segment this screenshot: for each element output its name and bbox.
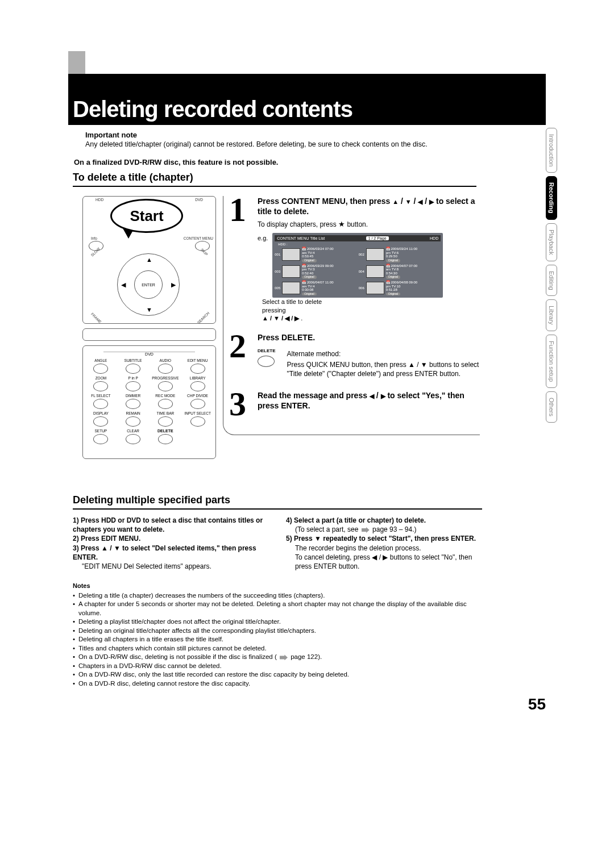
remote-grid-button[interactable] [93, 364, 108, 374]
remote-grid-label: INPUT SELECT [184, 411, 210, 416]
delete-button-icon[interactable] [258, 356, 275, 367]
step-1-line1: To display chapters, press ★ button. [258, 220, 480, 229]
tab-playback[interactable]: Playback [546, 223, 557, 261]
remote-grid-button[interactable] [158, 416, 173, 427]
steps-column: 1 Press CONTENT MENU, then press ▲ / ▼ /… [223, 196, 480, 435]
remote-mid-box [82, 328, 216, 341]
enter-button[interactable]: ENTER [134, 270, 163, 299]
step-1-heading: Press CONTENT MENU, then press ▲ / ▼ / ◀… [258, 196, 480, 216]
lbl-dvd: DVD [195, 198, 203, 202]
notes-list: Deleting a title (a chapter) decreases t… [73, 591, 488, 688]
remote-grid-button[interactable] [190, 416, 205, 427]
note-item: Titles and chapters which contain still … [73, 644, 488, 653]
remote-grid-cell: SETUP [86, 429, 115, 444]
tab-function-setup[interactable]: Function setup [546, 335, 557, 388]
subheading-multi: Deleting multiple specified parts [73, 494, 482, 510]
remote-grid-cell: REC MODE [151, 394, 180, 409]
step-1-number: 1 [229, 196, 252, 322]
remote-grid-cell [183, 429, 212, 444]
remote-grid-label: AUDIO [160, 358, 172, 363]
remote-grid-cell: CHP DIVIDE [183, 394, 212, 409]
remote-grid-button[interactable] [93, 434, 108, 444]
title-list-cell: 006📅 2006/04/08 09:00pm TV:100:51:28Orig… [359, 281, 441, 295]
tab-library[interactable]: Library [546, 299, 557, 331]
note-item: Chapters in a DVD-R/RW disc cannot be de… [73, 662, 488, 671]
title-list-screenshot: CONTENT MENU Title List 1 / 2 Page HDD H… [272, 233, 443, 298]
remote-grid-label: SUBTITLE [125, 358, 142, 363]
dpad-left-icon[interactable]: ◀ [121, 281, 126, 289]
remote-grid-label: DELETE [157, 429, 173, 433]
remote-grid-button[interactable] [93, 399, 108, 409]
remote-grid-button[interactable] [190, 381, 205, 391]
tl-header-mid: 1 / 2 Page [366, 236, 389, 240]
lbl-frame: FRAME [90, 312, 102, 324]
title-list-cell: 004📅 2006/04/07 07:00am TV:80:54:30Origi… [359, 264, 441, 279]
tl-header-left: CONTENT MENU Title List [277, 236, 325, 240]
tab-introduction[interactable]: Introduction [546, 128, 557, 173]
remote-top-box: HDD DVD Start Info CONTENT MENU ▲ ▼ ◀ ▶ … [82, 196, 216, 324]
step-1: 1 Press CONTENT MENU, then press ▲ / ▼ /… [229, 196, 480, 322]
remote-grid-label: PROGRESSIVE [152, 376, 179, 381]
remote-grid-button[interactable] [126, 381, 140, 391]
remote-grid-button[interactable] [158, 381, 173, 391]
lbl-content-menu: CONTENT MENU [184, 236, 213, 240]
remote-grid-button[interactable] [158, 399, 173, 409]
remote-grid-label: EDIT MENU [188, 358, 208, 363]
tab-recording[interactable]: Recording [546, 176, 557, 219]
remote-grid-button[interactable] [158, 364, 173, 374]
remote-bottom-box: DVD ANGLESUBTITLEAUDIOEDIT MENUZOOMP in … [82, 345, 216, 459]
dpad-down-icon[interactable]: ▼ [146, 306, 152, 313]
tab-others[interactable]: Others [546, 391, 557, 423]
remote-grid-label: P in P [128, 376, 138, 381]
remote-grid-label: ANGLE [94, 358, 107, 363]
eg-label: e.g. [258, 235, 268, 241]
subheading-delete-title: To delete a title (chapter) [73, 172, 476, 187]
note-item: On a DVD-R disc, deleting cannot restore… [73, 679, 488, 688]
multi-l4: "EDIT MENU Del Selected items" appears. [73, 562, 275, 571]
remote-grid-label: CLEAR [127, 429, 139, 433]
remote-grid-button[interactable] [190, 364, 205, 374]
multi-right-col: 4) Select a part (a title or chapter) to… [286, 516, 488, 571]
remote-grid-button[interactable] [190, 399, 205, 409]
step-2-heading: Press DELETE. [258, 332, 480, 343]
remote-grid-cell: SUBTITLE [119, 358, 148, 374]
tl-sub: HDD : [278, 243, 441, 246]
remote-grid-button[interactable] [126, 416, 140, 427]
multi-r4: The recorder begins the deletion process… [286, 544, 488, 553]
tab-editing[interactable]: Editing [546, 265, 557, 297]
remote-grid-label: LIBRARY [190, 376, 206, 381]
remote-grid-cell: DIMMER [119, 394, 148, 409]
remote-grid-cell: FL SELECT [86, 394, 115, 409]
remote-grid-button[interactable] [126, 434, 140, 444]
remote-grid-label: SETUP [95, 429, 107, 433]
multi-l2: 2) Press EDIT MENU. [73, 535, 140, 542]
remote-grid-label: FL SELECT [91, 394, 110, 398]
dpad[interactable]: ▲ ▼ ◀ ▶ ENTER [117, 253, 180, 316]
multi-r1: 4) Select a part (a title or chapter) to… [286, 516, 426, 524]
remote-grid-button[interactable] [126, 399, 140, 409]
remote-grid-label: REC MODE [155, 394, 175, 398]
notes-block: Notes Deleting a title (a chapter) decre… [73, 582, 488, 688]
title-list-cell: 001📅 2006/03/24 07:00am TV:40:53:45Origi… [275, 247, 357, 262]
multi-l1: 1) Press HDD or DVD to select a disc tha… [73, 516, 263, 533]
remote-grid-cell: EDIT MENU [183, 358, 212, 374]
remote-button-grid: ANGLESUBTITLEAUDIOEDIT MENUZOOMP in PPRO… [86, 358, 212, 444]
note-item: Deleting an original title/chapter affec… [73, 627, 488, 636]
remote-grid-button[interactable] [158, 434, 173, 444]
title-list-cell: 005📅 2006/04/07 11:00am TV:40:30:08Origi… [275, 281, 357, 295]
remote-grid-label: TIME BAR [157, 411, 175, 416]
alt-method-heading: Alternate method: [287, 350, 480, 359]
remote-grid-cell: TIME BAR [151, 411, 180, 427]
decorative-tab [68, 51, 85, 74]
remote-grid-label: DIMMER [126, 394, 140, 398]
multi-r3: 5) Press ▼ repeatedly to select "Start",… [286, 535, 476, 542]
remote-grid-button[interactable] [93, 416, 108, 427]
remote-grid-cell: REMAIN [119, 411, 148, 427]
remote-grid-cell: P in P [119, 376, 148, 391]
multi-left-col: 1) Press HDD or DVD to select a disc tha… [73, 516, 275, 571]
remote-grid-button[interactable] [126, 364, 140, 374]
dpad-right-icon[interactable]: ▶ [171, 281, 176, 289]
remote-grid-cell: CLEAR [119, 429, 148, 444]
dpad-up-icon[interactable]: ▲ [146, 256, 152, 263]
remote-grid-button[interactable] [93, 381, 108, 391]
